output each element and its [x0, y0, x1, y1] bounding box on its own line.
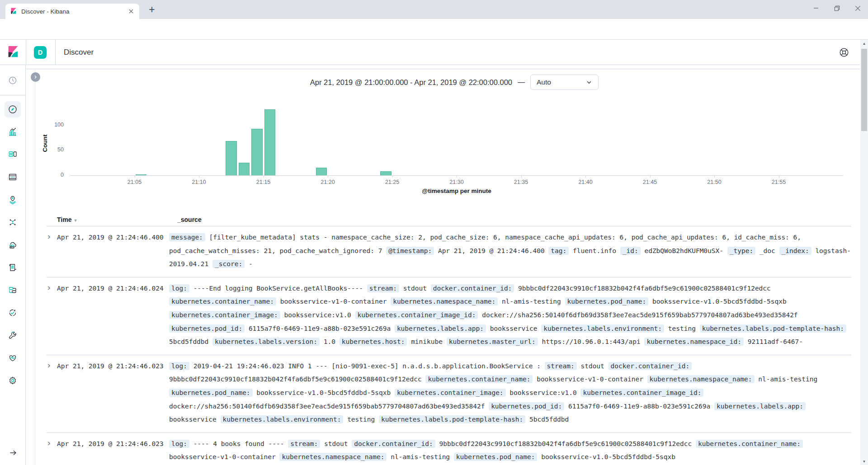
field-value: 6115a7f0-6469-11e9-a88b-023e591c269a — [249, 325, 391, 332]
field-name-badge: kubernetes.container_image: — [169, 311, 280, 319]
breadcrumb: Discover — [64, 48, 94, 57]
x-axis-tick-mark — [328, 176, 328, 178]
close-window-button[interactable] — [847, 0, 868, 16]
sidebar-item-machine-learning[interactable] — [5, 214, 21, 230]
expand-doc-icon[interactable]: › — [47, 355, 57, 432]
expand-doc-icon[interactable]: › — [47, 277, 57, 355]
field-name-badge: _id: — [620, 247, 641, 255]
x-axis-tick: 21:35 — [508, 179, 535, 185]
sidebar-item-canvas[interactable] — [5, 169, 21, 185]
x-axis-tick-mark — [779, 176, 779, 178]
field-name-badge: kubernetes.labels.app: — [395, 324, 486, 333]
field-name-badge: kubernetes.host: — [340, 338, 407, 346]
field-value: nl-amis-testing — [758, 376, 817, 383]
cloud-server-icon — [8, 240, 17, 249]
histogram-bar[interactable] — [239, 163, 250, 175]
column-header-time[interactable]: Time▼ — [57, 216, 169, 223]
field-name-badge: kubernetes.container_name: — [425, 375, 533, 383]
histogram-bar[interactable] — [316, 168, 327, 175]
field-value: booksservice-v1-0-container — [280, 298, 387, 305]
log-scroll-icon — [8, 263, 17, 272]
x-axis-tick-mark — [135, 176, 135, 178]
field-value: 9bbbc0df22043c9910cf18832b042f4fa6dbf5e9… — [439, 440, 692, 447]
space-badge[interactable]: D — [34, 46, 47, 59]
x-axis-tick: 21:15 — [250, 179, 277, 185]
sidebar-item-uptime[interactable] — [5, 305, 21, 321]
sidebar-item-maps[interactable] — [5, 192, 21, 208]
restore-button[interactable] — [826, 0, 847, 16]
sidebar-item-monitoring[interactable] — [5, 350, 21, 366]
expand-doc-icon[interactable]: › — [47, 226, 57, 277]
field-name-badge: tag: — [548, 247, 569, 255]
histogram-bar[interactable] — [226, 141, 237, 175]
page-scrollbar: ▲ ▼ — [860, 40, 868, 465]
sidebar-item-recently-viewed[interactable] — [5, 72, 21, 89]
dashboard-icon — [8, 150, 17, 159]
scrollbar-down-icon[interactable]: ▼ — [860, 458, 868, 465]
sidebar-item-apm[interactable] — [5, 282, 21, 298]
expand-doc-icon[interactable]: › — [47, 433, 57, 465]
x-axis-tick: 21:45 — [637, 179, 664, 185]
header-divider — [55, 40, 56, 65]
sidebar-item-infrastructure[interactable] — [5, 237, 21, 253]
field-name-badge: kubernetes.labels.environment: — [541, 324, 664, 333]
field-value: booksservice — [490, 325, 538, 332]
scrollbar-up-icon[interactable]: ▲ — [860, 40, 868, 47]
doc-source-cell: message: [filter_kube_metadata] stats - … — [169, 226, 851, 277]
field-value: 2019-04-21 19:24:46.023 INFO 1 --- [nio-… — [193, 362, 541, 370]
doc-table-header: Time▼ _source — [47, 214, 851, 226]
histogram-bar[interactable] — [251, 129, 263, 175]
side-navigation — [0, 65, 26, 465]
minimize-button[interactable] — [806, 0, 826, 16]
field-name-badge: kubernetes.container_name: — [169, 297, 276, 305]
sidebar-item-visualize[interactable] — [5, 124, 21, 140]
kibana-logo[interactable] — [6, 46, 20, 59]
doc-table: Time▼ _source ›Apr 21, 2019 @ 21:24:46.4… — [47, 214, 851, 465]
collapse-nav-button[interactable] — [8, 448, 18, 458]
field-name-badge: kubernetes.labels.pod-template-hash: — [379, 415, 525, 423]
scrollbar-thumb[interactable] — [861, 49, 867, 131]
x-axis-tick: 21:30 — [443, 179, 470, 185]
doc-table-row: ›Apr 21, 2019 @ 21:24:46.400message: [fi… — [47, 226, 851, 277]
histogram-bar[interactable] — [380, 171, 392, 175]
field-value: 6115a7f0-6469-11e9-a88b-023e591c269a — [568, 403, 710, 410]
field-name-badge: log: — [169, 362, 189, 370]
field-name-badge: kubernetes.pod_id: — [169, 324, 245, 333]
field-value: ----End logging BookService.getAllBooks-… — [193, 285, 363, 292]
field-value: booksservice-v1.0-5bcd5fddbd-5sqxb — [256, 389, 391, 396]
field-value: booksservice:v1.0 — [284, 311, 351, 319]
field-value: stdout — [403, 285, 427, 292]
browser-tab[interactable]: Discover - Kibana — [5, 4, 139, 19]
histogram-bar[interactable] — [264, 109, 276, 175]
uptime-check-icon — [8, 308, 17, 317]
help-icon[interactable] — [839, 47, 849, 58]
arrow-right-icon — [9, 448, 18, 457]
new-tab-button[interactable]: + — [146, 3, 158, 16]
field-name-badge: _index: — [779, 247, 811, 255]
x-axis-tick-mark — [650, 176, 651, 178]
sidebar-item-dev-tools[interactable] — [5, 327, 21, 343]
sidebar-item-logs[interactable] — [5, 259, 21, 276]
field-name-badge: kubernetes.labels.app: — [714, 402, 806, 410]
field-value: nl-amis-testing — [502, 298, 561, 305]
field-value: booksservice-v1-0-container — [537, 376, 643, 383]
sidebar-divider — [0, 95, 26, 95]
y-axis-tick: 100 — [46, 122, 64, 128]
field-name-badge: stream: — [367, 284, 399, 292]
sidebar-item-dashboard[interactable] — [5, 146, 21, 163]
tab-close-icon[interactable] — [127, 8, 135, 15]
sidebar-item-discover[interactable] — [5, 101, 21, 117]
y-axis-label: Count — [42, 127, 49, 159]
field-value: testing — [347, 416, 375, 423]
column-header-source: _source — [177, 216, 202, 223]
histogram-bar[interactable] — [136, 174, 147, 175]
sidebar-item-management[interactable] — [5, 372, 21, 389]
map-pin-icon — [8, 195, 17, 204]
field-name-badge: docker.container_id: — [431, 284, 514, 292]
field-name-badge: stream: — [545, 362, 577, 370]
field-name-badge: kubernetes.namespace_name: — [647, 375, 755, 383]
field-name-badge: _score: — [212, 260, 245, 268]
field-value: ---- 4 books found ---- — [193, 440, 284, 447]
field-name-badge: kubernetes.namespace_name: — [391, 297, 498, 305]
field-name-badge: message: — [169, 233, 205, 241]
